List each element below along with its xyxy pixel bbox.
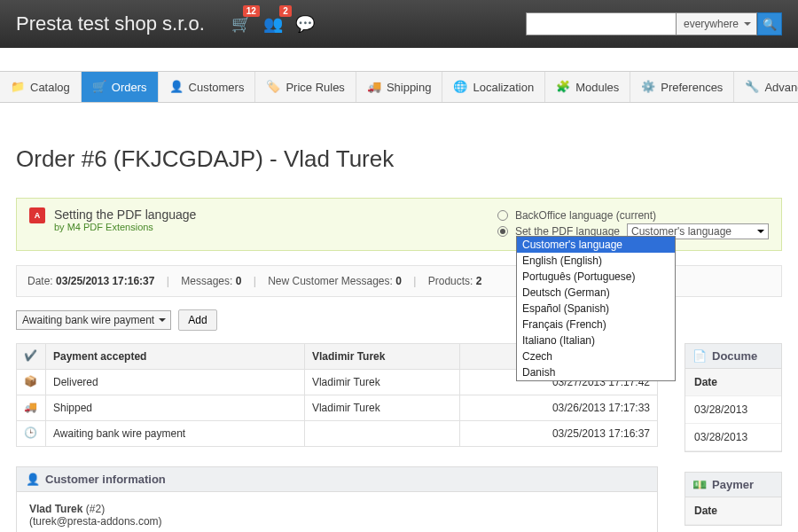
users-icon[interactable]: 👥2 bbox=[263, 14, 283, 34]
top-notifications: 🛒12 👥2 💬 bbox=[231, 14, 315, 34]
meta-date-value: 03/25/2013 17:16:37 bbox=[56, 275, 154, 287]
search-box: everywhere 🔍 bbox=[526, 12, 782, 35]
history-date: 03/25/2013 17:16:37 bbox=[459, 421, 657, 447]
meta-products-value: 2 bbox=[476, 275, 482, 287]
meta-messages-value: 0 bbox=[236, 275, 242, 287]
meta-date-label: Date: bbox=[27, 275, 53, 287]
search-input[interactable] bbox=[526, 12, 677, 35]
menu-orders[interactable]: 🛒Orders bbox=[82, 72, 159, 102]
document-date: 03/28/2013 bbox=[685, 424, 781, 451]
language-option[interactable]: Deutsch (German) bbox=[517, 285, 675, 301]
menu-catalog[interactable]: 📁Catalog bbox=[0, 72, 82, 102]
history-date: 03/26/2013 17:17:33 bbox=[459, 395, 657, 421]
menu-label: Orders bbox=[112, 81, 147, 94]
column-header: Date bbox=[685, 497, 781, 525]
menu-preferences[interactable]: ⚙️Preferences bbox=[630, 72, 734, 102]
search-scope-select[interactable]: everywhere bbox=[677, 12, 757, 35]
panel-title: Customer information bbox=[45, 473, 166, 486]
history-status: Delivered bbox=[46, 370, 305, 395]
menu-label: Localization bbox=[473, 81, 534, 94]
menu-customers[interactable]: 👤Customers bbox=[159, 72, 256, 102]
panel-title: Paymer bbox=[712, 478, 754, 491]
status-select-value: Awaiting bank wire payment bbox=[22, 314, 154, 326]
menu-label: Price Rules bbox=[286, 81, 344, 94]
language-option[interactable]: Español (Spanish) bbox=[517, 301, 675, 317]
menu-localization[interactable]: 🌐Localization bbox=[442, 72, 545, 102]
customer-id: (#2) bbox=[86, 503, 105, 515]
radio-current-language[interactable] bbox=[497, 210, 508, 221]
pdf-icon: A bbox=[29, 207, 45, 223]
document-date: 03/28/2013 bbox=[685, 396, 781, 424]
check-icon: ✔️ bbox=[24, 349, 38, 364]
panel-title: Docume bbox=[712, 349, 757, 363]
customer-info-panel: 👤Customer information Vlad Turek (#2) (t… bbox=[16, 466, 658, 532]
wrench-icon: 🔧 bbox=[745, 80, 759, 94]
cart-icon[interactable]: 🛒12 bbox=[231, 14, 251, 34]
shop-name: Presta test shop s.r.o. bbox=[16, 12, 205, 35]
menu-label: Catalog bbox=[30, 81, 70, 94]
money-icon: 💵 bbox=[692, 478, 707, 491]
globe-icon: 🌐 bbox=[453, 80, 467, 94]
menu-shipping[interactable]: 🚚Shipping bbox=[356, 72, 443, 102]
history-employee: Vladimir Turek bbox=[304, 395, 459, 421]
table-row: 🚚 Shipped Vladimir Turek 03/26/2013 17:1… bbox=[17, 395, 658, 421]
customer-name: Vlad Turek bbox=[29, 503, 82, 515]
truck-icon: 🚚 bbox=[24, 401, 38, 415]
cart-badge: 12 bbox=[243, 5, 260, 17]
search-scope-label: everywhere bbox=[684, 18, 739, 30]
cart-icon: 🛒 bbox=[92, 80, 106, 94]
language-option[interactable]: English (English) bbox=[517, 253, 675, 269]
pdf-panel-byline: by M4 PDF Extensions bbox=[54, 222, 196, 232]
radio-label: BackOffice language (current) bbox=[515, 209, 656, 222]
language-option[interactable]: Danish bbox=[517, 364, 675, 380]
puzzle-icon: 🧩 bbox=[556, 80, 570, 94]
language-option[interactable]: Customer's language bbox=[517, 237, 675, 253]
person-icon: 👤 bbox=[26, 473, 40, 486]
meta-new-messages-label: New Customer Messages: bbox=[268, 275, 393, 287]
pdf-panel-title: Setting the PDF language bbox=[54, 207, 196, 222]
chat-icon[interactable]: 💬 bbox=[295, 14, 315, 34]
main-menu: 📁Catalog 🛒Orders 👤Customers 🏷️Price Rule… bbox=[0, 71, 798, 103]
document-icon: 📄 bbox=[692, 349, 707, 363]
truck-icon: 🚚 bbox=[367, 80, 381, 94]
menu-label: Preferences bbox=[661, 81, 723, 94]
pdf-language-panel: A Setting the PDF language by M4 PDF Ext… bbox=[16, 198, 782, 251]
history-status: Awaiting bank wire payment bbox=[46, 421, 305, 447]
menu-advanced-parameters[interactable]: 🔧Advanced Parameters bbox=[734, 72, 798, 102]
menu-label: Advanced Parameters bbox=[764, 81, 798, 94]
table-row: 🕒 Awaiting bank wire payment 03/25/2013 … bbox=[17, 421, 658, 447]
meta-new-messages-value: 0 bbox=[395, 275, 402, 287]
history-employee: Vladimir Turek bbox=[304, 344, 459, 370]
top-bar: Presta test shop s.r.o. 🛒12 👥2 💬 everywh… bbox=[0, 0, 798, 48]
history-status: Shipped bbox=[46, 395, 305, 421]
tag-icon: 🏷️ bbox=[266, 80, 280, 94]
status-select[interactable]: Awaiting bank wire payment bbox=[16, 310, 171, 330]
menu-label: Customers bbox=[189, 81, 245, 94]
menu-price-rules[interactable]: 🏷️Price Rules bbox=[255, 72, 356, 102]
search-button[interactable]: 🔍 bbox=[757, 12, 782, 35]
folder-icon: 📁 bbox=[11, 80, 25, 94]
history-employee: Vladimir Turek bbox=[304, 370, 459, 395]
language-option[interactable]: Português (Portuguese) bbox=[517, 269, 675, 285]
search-icon: 🔍 bbox=[763, 18, 777, 31]
menu-label: Modules bbox=[575, 81, 619, 94]
language-dropdown: Customer's language English (English) Po… bbox=[516, 236, 676, 381]
users-badge: 2 bbox=[279, 5, 292, 17]
customer-email: (turek@presta-addons.com) bbox=[29, 515, 645, 528]
language-option[interactable]: Italiano (Italian) bbox=[517, 332, 675, 348]
page-title: Order #6 (FKJCGDAJP) - Vlad Turek bbox=[16, 145, 782, 173]
payment-panel: 💵Paymer Date bbox=[685, 472, 782, 526]
history-employee bbox=[304, 421, 459, 447]
box-icon: 📦 bbox=[24, 375, 38, 389]
radio-set-language[interactable] bbox=[497, 226, 508, 237]
history-status: Payment accepted bbox=[46, 344, 305, 370]
language-option[interactable]: Français (French) bbox=[517, 317, 675, 332]
meta-messages-label: Messages: bbox=[181, 275, 232, 287]
column-header: Date bbox=[685, 369, 781, 396]
clock-icon: 🕒 bbox=[24, 426, 38, 441]
language-option[interactable]: Czech bbox=[517, 348, 675, 364]
add-status-button[interactable]: Add bbox=[178, 309, 216, 331]
meta-products-label: Products: bbox=[428, 275, 473, 287]
menu-modules[interactable]: 🧩Modules bbox=[545, 72, 630, 102]
menu-label: Shipping bbox=[387, 81, 432, 94]
